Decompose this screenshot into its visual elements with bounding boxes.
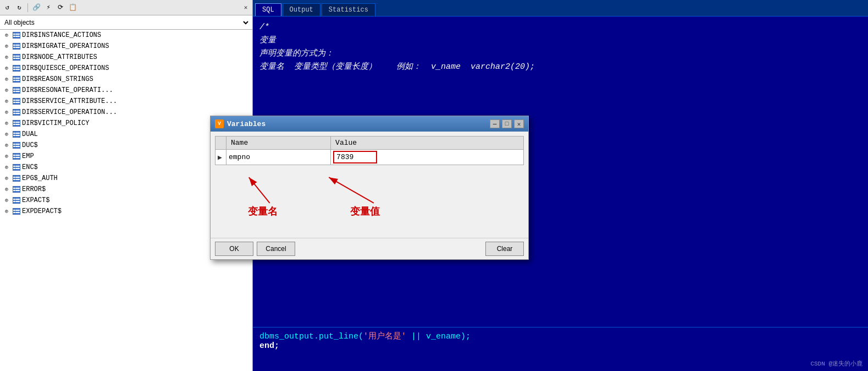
svg-rect-52 [13,175,20,182]
svg-rect-22 [13,91,20,92]
tree-item[interactable]: ⊕ DIR$SERVICE_ATTRIBUTE... [0,96,252,107]
object-filter[interactable]: All objectsTablesViewsProcedures [0,15,252,30]
variables-dialog: V Variables — □ ✕ Name Value ▶ empno [210,116,529,260]
expand-icon: ⊕ [2,108,11,117]
connect-icon[interactable]: 🔗 [31,3,41,13]
run-icon[interactable]: ⚡ [43,3,53,13]
svg-rect-16 [13,76,20,83]
expand-icon: ⊕ [2,130,11,139]
copy-icon[interactable]: 📋 [68,3,78,13]
expand-icon: ⊕ [2,119,11,128]
tree-label: DUC$ [22,141,38,149]
var-name-label: 变量名 [248,205,278,218]
svg-rect-64 [13,208,20,215]
table-icon [12,152,21,161]
svg-rect-36 [13,131,20,138]
svg-rect-44 [13,153,20,160]
svg-rect-66 [13,212,20,213]
svg-rect-45 [13,155,20,156]
svg-rect-2 [13,36,20,37]
svg-rect-0 [13,32,20,39]
svg-rect-24 [13,98,20,105]
svg-rect-53 [13,177,20,178]
table-icon [12,86,21,95]
svg-rect-49 [13,166,20,167]
tree-label: DIR$INSTANCE_ACTIONS [22,31,101,39]
table-icon [12,141,21,150]
svg-rect-38 [13,135,20,136]
tree-item[interactable]: ⊕ DIR$QUIESCE_OPERATIONS [0,63,252,74]
var-value-label: 变量值 [350,205,380,218]
toolbar-separator [27,3,28,12]
expand-icon: ⊕ [2,141,11,150]
filter-select[interactable]: All objectsTablesViewsProcedures [2,18,250,27]
tree-label: DIR$RESONATE_OPERATI... [22,86,113,94]
line-end: end; [259,341,861,351]
svg-rect-17 [13,78,20,79]
table-icon [12,130,21,139]
expand-icon: ⊕ [2,185,11,194]
name-cell: empno [226,150,331,165]
tab-sql[interactable]: SQL [255,3,281,16]
expand-icon: ⊕ [2,86,11,95]
svg-rect-58 [13,190,20,191]
tree-label: ENC$ [22,163,38,171]
bottom-editor[interactable]: dbms_output.put_line('用户名是' || v_ename);… [253,327,868,371]
line-dbms: dbms_output.put_line('用户名是' || v_ename); [259,331,861,341]
tree-label: DIR$REASON_STRINGS [22,75,93,83]
refresh-icon[interactable]: ⟳ [56,3,65,13]
col-indicator [215,137,226,150]
svg-rect-62 [13,201,20,202]
tab-output[interactable]: Output [283,3,320,16]
svg-rect-18 [13,80,20,81]
tree-item[interactable]: ⊕ DIR$INSTANCE_ACTIONS [0,30,252,41]
table-icon [12,31,21,40]
close-left-icon[interactable]: ✕ [241,3,250,12]
back-icon[interactable]: ↺ [2,3,12,13]
expand-icon: ⊕ [2,64,11,73]
svg-rect-57 [13,188,20,189]
tree-label: DIR$QUIESCE_OPERATIONS [22,64,109,72]
svg-rect-50 [13,168,20,169]
close-dialog-button[interactable]: ✕ [514,119,524,128]
expand-icon: ⊕ [2,97,11,106]
table-icon [12,196,21,205]
clear-button[interactable]: Clear [485,242,524,256]
table-icon [12,53,21,62]
value-input[interactable] [333,151,377,163]
tree-item[interactable]: ⊕ DIR$RESONATE_OPERATI... [0,85,252,96]
svg-rect-60 [13,197,20,204]
svg-rect-37 [13,133,20,134]
svg-rect-32 [13,120,20,127]
table-icon [12,75,21,84]
tree-label: DIR$NODE_ATTRIBUTES [22,53,97,61]
table-row: ▶ empno [215,150,524,165]
variables-table: Name Value ▶ empno [215,136,524,165]
tab-statistics[interactable]: Statistics [322,3,375,16]
table-icon [12,174,21,183]
forward-icon[interactable]: ↻ [14,3,24,13]
ok-button[interactable]: OK [215,242,253,256]
arrows-svg [215,167,524,233]
tree-item[interactable]: ⊕ DIR$NODE_ATTRIBUTES [0,52,252,63]
tree-item[interactable]: ⊕ DIR$MIGRATE_OPERATIONS [0,41,252,52]
expand-icon: ⊕ [2,75,11,84]
svg-line-70 [329,177,374,203]
svg-rect-6 [13,47,20,48]
cancel-button[interactable]: Cancel [257,242,295,256]
svg-rect-46 [13,157,20,158]
expand-icon: ⊕ [2,196,11,205]
tree-label: EMP [22,152,34,160]
minimize-button[interactable]: — [490,119,500,128]
tree-item[interactable]: ⊕ DIR$REASON_STRINGS [0,74,252,85]
svg-rect-1 [13,34,20,35]
svg-rect-13 [13,67,20,68]
svg-rect-42 [13,146,20,147]
table-icon [12,64,21,73]
maximize-button[interactable]: □ [502,119,512,128]
toolbar: ↺ ↻ 🔗 ⚡ ⟳ 📋 ✕ [0,0,252,15]
expand-icon: ⊕ [2,207,11,216]
table-icon [12,108,21,117]
svg-rect-28 [13,109,20,116]
col-name: Name [226,137,331,150]
